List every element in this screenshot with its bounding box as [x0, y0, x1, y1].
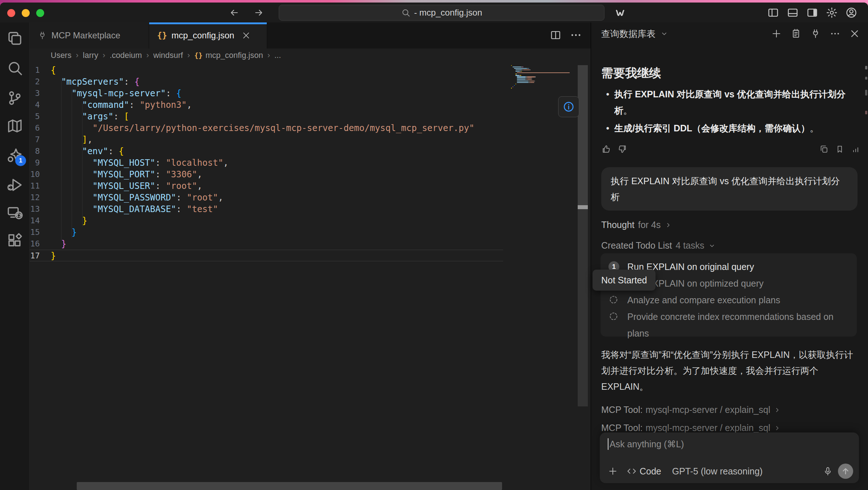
code-text: } [51, 227, 503, 238]
code-line-12[interactable]: 12 "MYSQL_PASSWORD": "root", [30, 192, 503, 203]
mcp-tool-row[interactable]: MCP Tool: mysql-mcp-server / explain_sql [601, 405, 781, 415]
todo-item[interactable]: Provide concrete index recommendations b… [608, 308, 849, 342]
todo-item[interactable]: Analyze and compare execution plans [608, 292, 849, 308]
tab-mcp-marketplace[interactable]: MCP Marketplace [30, 22, 149, 48]
copy-icon[interactable] [819, 144, 829, 154]
more-actions-icon[interactable] [570, 29, 582, 41]
mode-selector[interactable]: Code [627, 466, 661, 477]
code-line-10[interactable]: 10 "MYSQL_PORT": "3306", [30, 169, 503, 180]
bookmark-icon[interactable] [835, 144, 844, 154]
command-center-search[interactable]: - mcp_config.json [279, 5, 604, 21]
line-number: 15 [30, 227, 40, 238]
breadcrumb-separator: › [103, 51, 105, 60]
chevron-right-icon [664, 221, 672, 229]
breadcrumb-item[interactable]: ... [274, 51, 281, 60]
activity-item-search[interactable] [6, 59, 24, 77]
model-selector[interactable]: GPT-5 (low reasoning) [672, 466, 763, 477]
todo-pending-circle-icon [608, 292, 627, 308]
code-line-5[interactable]: 5 "args": [ [30, 111, 503, 122]
thumbs-up-icon[interactable] [601, 144, 611, 154]
conversation-title-dropdown[interactable]: 查询数据库表 [601, 28, 669, 40]
code-line-2[interactable]: 2 "mcpServers": { [30, 76, 503, 88]
breadcrumb-separator: › [187, 51, 190, 60]
microphone-icon[interactable] [823, 466, 833, 476]
breadcrumb-item[interactable]: Users [51, 51, 71, 60]
code-area[interactable]: 1{2 "mcpServers": {3 "mysql-mcp-server":… [30, 62, 591, 490]
close-panel-icon[interactable] [849, 28, 860, 39]
code-line-17[interactable]: 17} [30, 250, 503, 261]
breadcrumb[interactable]: Users›larry›.codeium›windsurf›{}mcp_conf… [30, 48, 591, 62]
activity-item-remote-explorer[interactable] [6, 204, 24, 222]
activity-item-cascade[interactable]: 1 [6, 147, 24, 164]
split-editor-icon[interactable] [549, 29, 562, 41]
code-line-13[interactable]: 13 "MYSQL_DATABASE": "test" [30, 203, 503, 215]
tab-label: mcp_config.json [172, 30, 234, 41]
activity-item-run-debug[interactable] [6, 176, 24, 194]
mcp-plug-icon[interactable] [810, 28, 821, 39]
gear-icon[interactable] [826, 7, 838, 19]
tab-close-icon[interactable] [241, 31, 251, 40]
message-toolbar-right [816, 144, 860, 154]
send-button[interactable] [838, 464, 853, 479]
code-line-1[interactable]: 1{ [30, 64, 503, 76]
tab-mcp-config-json[interactable]: {}mcp_config.json [149, 22, 267, 48]
code-line-15[interactable]: 15 } [30, 227, 503, 238]
toggle-panel-icon[interactable] [787, 7, 799, 19]
vertical-scrollbar-handle[interactable] [578, 205, 588, 209]
toggle-secondary-sidebar-icon[interactable] [806, 7, 818, 19]
minimap[interactable] [511, 65, 578, 90]
line-number: 6 [30, 122, 40, 134]
assistant-bullet: •生成/执行索引 DDL（会修改库结构，需你确认）。 [601, 120, 860, 136]
assistant-bullet: •执行 EXPLAIN 对比原查询 vs 优化查询并给出执行计划分析。 [601, 86, 860, 119]
history-icon[interactable] [791, 28, 801, 39]
bullet-text: 生成/执行索引 DDL（会修改库结构，需你确认）。 [614, 120, 819, 136]
window-minimize-button[interactable] [22, 9, 30, 17]
breadcrumb-item[interactable]: windsurf [153, 51, 183, 60]
chat-composer[interactable]: Ask anything (⌘L) Code GPT-5 (low reason… [600, 432, 859, 483]
code-line-7[interactable]: 7 ], [30, 134, 503, 145]
thought-disclosure[interactable]: Thought for 4s [601, 220, 672, 230]
code-line-8[interactable]: 8 "env": { [30, 145, 503, 157]
forward-icon[interactable] [253, 7, 264, 18]
line-number: 1 [30, 64, 40, 76]
code-line-11[interactable]: 11 "MYSQL_USER": "root", [30, 180, 503, 192]
mcp-tool-row[interactable]: MCP Tool: mysql-mcp-server / explain_sql [601, 423, 781, 433]
code-text: ], [51, 134, 503, 145]
todo-list-disclosure[interactable]: Created Todo List 4 tasks [601, 240, 716, 251]
code-text: { [51, 64, 503, 76]
breadcrumb-item[interactable]: .codeium [110, 51, 142, 60]
toggle-primary-sidebar-icon[interactable] [767, 7, 779, 19]
breadcrumb-separator: › [76, 51, 78, 60]
breadcrumb-item[interactable]: {}mcp_config.json [194, 51, 263, 60]
code-line-3[interactable]: 3 "mysql-mcp-server": { [30, 88, 503, 99]
code-line-6[interactable]: 6 "/Users/larry/python-exercises/mysql-m… [30, 122, 503, 134]
window-close-button[interactable] [7, 9, 15, 17]
line-number: 13 [30, 203, 40, 215]
activity-item-source-control[interactable] [6, 89, 24, 107]
code-line-14[interactable]: 14 } [30, 215, 503, 227]
more-options-icon[interactable] [830, 28, 840, 39]
stats-icon[interactable] [851, 144, 860, 154]
cascade-panel: 查询数据库表 需要我继续 •执行 EXPLAIN 对比原查询 vs 优化查询并给… [591, 22, 868, 490]
account-icon[interactable] [845, 7, 858, 19]
new-conversation-icon[interactable] [771, 28, 782, 39]
thumbs-down-icon[interactable] [617, 144, 627, 154]
message-toolbar [601, 144, 860, 154]
code-line-4[interactable]: 4 "command": "python3", [30, 99, 503, 111]
todo-pending-circle-icon [608, 308, 627, 342]
code-text: "MYSQL_HOST": "localhost", [51, 157, 503, 169]
window-zoom-button[interactable] [36, 9, 44, 17]
vertical-scrollbar[interactable] [578, 65, 588, 205]
activity-item-mcp-marketplace[interactable] [6, 117, 24, 135]
info-widget-button[interactable] [558, 96, 579, 117]
code-line-16[interactable]: 16 } [30, 238, 503, 250]
horizontal-scrollbar[interactable] [77, 482, 502, 490]
activity-item-explorer[interactable] [6, 30, 24, 47]
code-line-9[interactable]: 9 "MYSQL_HOST": "localhost", [30, 157, 503, 169]
activity-item-extensions[interactable] [6, 232, 24, 249]
back-icon[interactable] [229, 7, 240, 18]
breadcrumb-item[interactable]: larry [83, 51, 98, 60]
todo-text: Run EXPLAIN on original query [627, 258, 849, 275]
attach-plus-icon[interactable] [608, 466, 618, 476]
vertical-scrollbar-track[interactable] [578, 209, 588, 406]
